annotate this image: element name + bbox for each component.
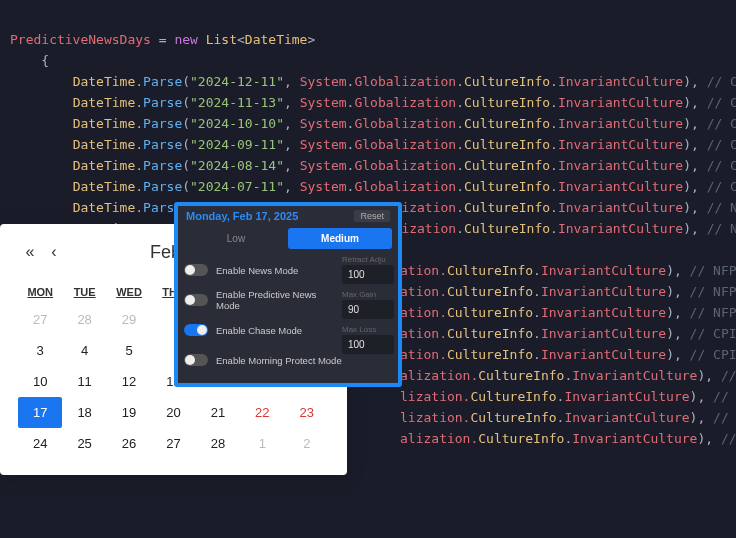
code-line: DateTime.Parse("2024-11-13", System.Glob…: [10, 92, 736, 113]
settings-field: Retract Adju100: [342, 255, 394, 284]
calendar-day[interactable]: 10: [18, 366, 62, 397]
code-line: DateTime.Parse("2024-08-14", System.Glob…: [10, 155, 736, 176]
calendar-dow: WED: [107, 280, 151, 304]
toggle[interactable]: [184, 264, 208, 276]
calendar-day[interactable]: 27: [151, 428, 195, 459]
calendar-day[interactable]: 20: [151, 397, 195, 428]
toggle[interactable]: [184, 294, 208, 306]
toggle[interactable]: [184, 324, 208, 336]
toggle-label: Enable Morning Protect Mode: [216, 355, 342, 366]
field-input[interactable]: 100: [342, 265, 394, 284]
calendar-day[interactable]: 25: [62, 428, 106, 459]
calendar-day[interactable]: 18: [62, 397, 106, 428]
settings-row: Enable Predictive News Mode: [184, 285, 342, 315]
settings-field: Max Gain90: [342, 290, 394, 319]
calendar-day[interactable]: 17: [18, 397, 62, 428]
calendar-nav-prev[interactable]: ‹: [42, 243, 66, 261]
reset-button[interactable]: Reset: [354, 210, 390, 222]
calendar-day[interactable]: 22: [240, 397, 284, 428]
calendar-day[interactable]: 12: [107, 366, 151, 397]
toggle[interactable]: [184, 354, 208, 366]
calendar-dow: TUE: [62, 280, 106, 304]
code-line: DateTime.Parse("2024-07-11", System.Glob…: [10, 176, 736, 197]
calendar-day[interactable]: 3: [18, 335, 62, 366]
calendar-day[interactable]: 21: [196, 397, 240, 428]
calendar-day[interactable]: 4: [62, 335, 106, 366]
field-label: Max Gain: [342, 290, 394, 299]
calendar-nav-first[interactable]: «: [18, 243, 42, 261]
toggle-label: Enable News Mode: [216, 265, 298, 276]
calendar-day[interactable]: 28: [196, 428, 240, 459]
calendar-day[interactable]: 19: [107, 397, 151, 428]
field-input[interactable]: 100: [342, 335, 394, 354]
field-input[interactable]: 90: [342, 300, 394, 319]
settings-field: Max Loss100: [342, 325, 394, 354]
calendar-day[interactable]: 26: [107, 428, 151, 459]
calendar-day[interactable]: 2: [285, 428, 329, 459]
settings-row: Enable News Mode: [184, 255, 342, 285]
calendar-day[interactable]: 5: [107, 335, 151, 366]
calendar-day[interactable]: 27: [18, 304, 62, 335]
calendar-dow: MON: [18, 280, 62, 304]
code-line: DateTime.Parse("2024-09-11", System.Glob…: [10, 134, 736, 155]
calendar-day[interactable]: 23: [285, 397, 329, 428]
tab-low[interactable]: Low: [184, 228, 288, 249]
code-line: DateTime.Parse("2024-12-11", System.Glob…: [10, 71, 736, 92]
settings-header: Monday, Feb 17, 2025 Reset: [178, 206, 398, 226]
calendar-day[interactable]: 1: [240, 428, 284, 459]
calendar-day[interactable]: 24: [18, 428, 62, 459]
tab-medium[interactable]: Medium: [288, 228, 392, 249]
code-line: DateTime.Parse("2024-10-10", System.Glob…: [10, 113, 736, 134]
toggle-label: Enable Chase Mode: [216, 325, 302, 336]
toggle-label: Enable Predictive News Mode: [216, 289, 342, 311]
code-variable: PredictiveNewsDays: [10, 32, 151, 47]
field-label: Max Loss: [342, 325, 394, 334]
calendar-day[interactable]: 11: [62, 366, 106, 397]
settings-row: Enable Morning Protect Mode: [184, 345, 342, 375]
calendar-day[interactable]: 28: [62, 304, 106, 335]
settings-tabs: Low Medium: [178, 226, 398, 255]
calendar-day[interactable]: 29: [107, 304, 151, 335]
settings-panel: Monday, Feb 17, 2025 Reset Low Medium En…: [174, 202, 402, 387]
field-label: Retract Adju: [342, 255, 394, 264]
settings-row: Enable Chase Mode: [184, 315, 342, 345]
settings-date: Monday, Feb 17, 2025: [186, 210, 354, 222]
